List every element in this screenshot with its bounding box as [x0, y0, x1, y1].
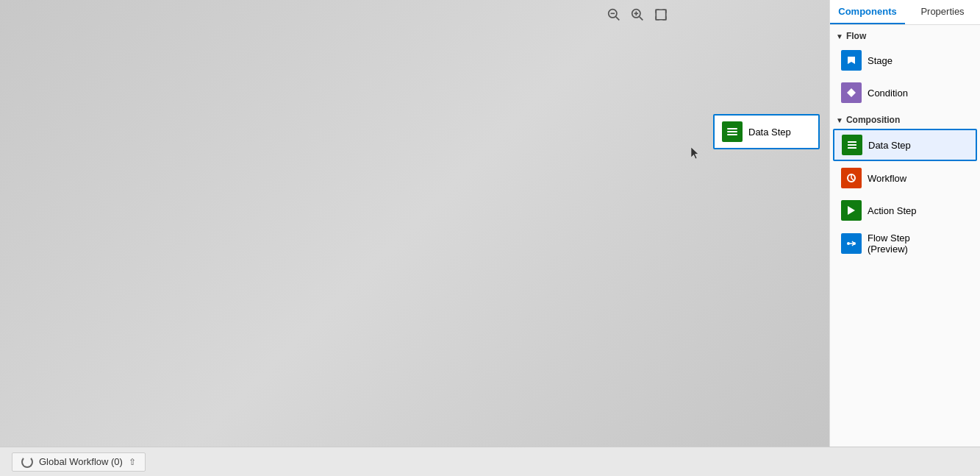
svg-rect-16 — [848, 144, 856, 146]
svg-rect-12 — [729, 131, 731, 132]
condition-icon — [841, 82, 862, 103]
canvas-area: Data Step — [0, 0, 829, 447]
stage-label: Stage — [868, 55, 893, 66]
panel-tabs: Components Properties — [830, 0, 980, 25]
svg-rect-15 — [848, 141, 856, 143]
zoom-in-button[interactable] — [627, 4, 648, 25]
canvas-node-icon — [722, 121, 743, 142]
composition-collapse-icon: ▼ — [836, 116, 843, 124]
flow-step-icon — [841, 233, 862, 254]
action-step-label: Action Step — [868, 205, 917, 216]
svg-rect-13 — [729, 134, 731, 135]
canvas-toolbar — [604, 4, 671, 25]
action-step-icon — [841, 200, 862, 221]
section-composition-header: ▼ Composition — [830, 109, 980, 128]
stage-icon — [841, 50, 862, 71]
workflow-icon — [841, 168, 862, 188]
svg-rect-17 — [848, 147, 856, 149]
panel-item-stage[interactable]: Stage — [833, 45, 977, 76]
panel-item-workflow[interactable]: Workflow — [833, 163, 977, 193]
svg-rect-20 — [849, 147, 851, 149]
section-flow-header: ▼ Flow — [830, 25, 980, 44]
svg-rect-18 — [849, 141, 851, 143]
workflow-label: Workflow — [868, 173, 906, 184]
data-step-icon — [842, 135, 862, 155]
svg-marker-14 — [847, 88, 856, 97]
flow-step-label: Flow Step (Preview) — [868, 232, 910, 255]
svg-rect-8 — [727, 128, 737, 129]
svg-line-1 — [616, 17, 620, 21]
mouse-cursor — [691, 147, 700, 160]
data-step-label: Data Step — [868, 140, 911, 151]
panel-item-action-step[interactable]: Action Step — [833, 195, 977, 226]
bottom-bar: Global Workflow (0) ⇧ — [0, 447, 980, 476]
svg-line-4 — [640, 17, 643, 21]
svg-rect-10 — [727, 134, 737, 135]
svg-rect-7 — [656, 10, 666, 20]
tab-components[interactable]: Components — [830, 0, 905, 24]
zoom-out-button[interactable] — [604, 4, 624, 25]
svg-rect-11 — [729, 128, 731, 129]
canvas-data-step-node[interactable]: Data Step — [713, 114, 820, 149]
svg-point-23 — [847, 242, 850, 245]
flow-collapse-icon: ▼ — [836, 32, 843, 40]
workflow-spinner-icon — [21, 456, 33, 468]
global-workflow-label: Global Workflow (0) — [39, 456, 123, 467]
flow-section-label: Flow — [846, 31, 866, 41]
collapse-chevron-icon: ⇧ — [129, 457, 136, 467]
canvas-node-label: Data Step — [748, 127, 791, 138]
composition-section-label: Composition — [846, 115, 900, 125]
main-area: Data Step Components Properties ▼ Flow — [0, 0, 980, 447]
tab-properties[interactable]: Properties — [905, 0, 980, 24]
svg-rect-19 — [849, 144, 851, 146]
condition-label: Condition — [868, 88, 908, 99]
panel-item-condition[interactable]: Condition — [833, 77, 977, 108]
fit-screen-button[interactable] — [651, 4, 671, 25]
global-workflow-pill[interactable]: Global Workflow (0) ⇧ — [12, 452, 146, 472]
svg-marker-22 — [848, 206, 855, 215]
panel-item-data-step[interactable]: Data Step — [833, 129, 977, 161]
svg-rect-9 — [727, 131, 737, 132]
right-panel: Components Properties ▼ Flow Stage C — [829, 0, 980, 447]
panel-item-flow-step[interactable]: Flow Step (Preview) — [833, 227, 977, 260]
